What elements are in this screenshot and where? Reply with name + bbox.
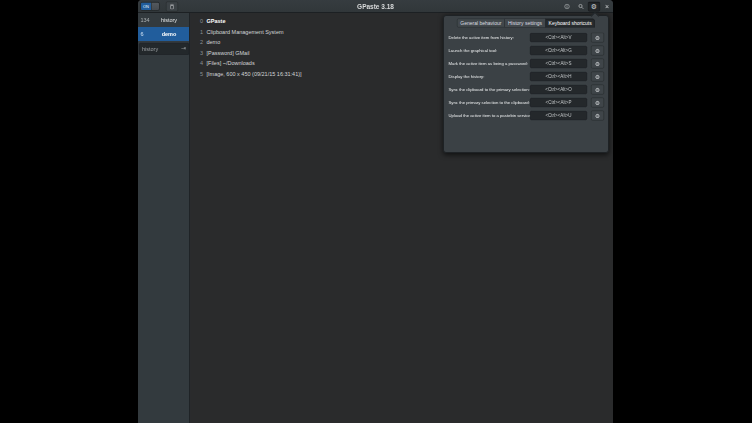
- settings-tab[interactable]: Keyboard shortcuts: [545, 19, 595, 28]
- gear-icon: ⚙: [595, 112, 600, 119]
- settings-tab[interactable]: General behaviour: [457, 19, 505, 28]
- history-item-label: demo: [153, 31, 189, 37]
- shortcut-input[interactable]: <Ctrl><Alt>U: [530, 111, 587, 120]
- shortcut-input[interactable]: <Ctrl><Alt>P: [530, 98, 587, 107]
- shortcut-row: Display the history: <Ctrl><Alt>H ⚙: [444, 70, 608, 83]
- shortcut-input[interactable]: <Ctrl><Alt>H: [530, 72, 587, 81]
- shortcut-edit-button[interactable]: ⚙: [591, 85, 604, 95]
- shortcut-edit-button[interactable]: ⚙: [591, 59, 604, 69]
- shortcut-label: Sync the clipboard to the primary select…: [449, 87, 530, 92]
- shortcut-edit-button[interactable]: ⚙: [591, 46, 604, 56]
- history-item-count: 6: [138, 31, 153, 37]
- close-icon: ×: [605, 3, 609, 10]
- clipboard-item-text: [Image, 600 x 450 (09/21/15 16:31:41)]: [207, 70, 302, 76]
- shortcut-edit-button[interactable]: ⚙: [591, 98, 604, 108]
- shortcut-edit-button[interactable]: ⚙: [591, 33, 604, 43]
- shortcut-row: Upload the active item to a pastebin ser…: [444, 109, 608, 122]
- info-icon: [564, 4, 570, 10]
- shortcut-label: Mark the active item as being a password…: [449, 61, 528, 66]
- gear-icon: ⚙: [595, 34, 600, 41]
- gear-icon: ⚙: [595, 99, 600, 106]
- clipboard-item-index: 3: [197, 49, 203, 55]
- gpaste-window: ON GPaste 3.18: [138, 0, 613, 423]
- desktop-background: ON GPaste 3.18: [0, 0, 752, 423]
- gear-icon: ⚙: [595, 47, 600, 54]
- clipboard-item-text: GPaste: [207, 18, 226, 24]
- clipboard-item-index: 5: [197, 70, 203, 76]
- shortcut-input[interactable]: <Ctrl><Alt>G: [530, 46, 587, 55]
- clipboard-item-text: Clipboard Management System: [207, 28, 284, 34]
- shortcut-row: Delete the active item from history: <Ct…: [444, 31, 608, 44]
- sidebar-history-item[interactable]: 134 history: [138, 13, 189, 27]
- search-button[interactable]: [576, 2, 586, 12]
- shortcut-edit-button[interactable]: ⚙: [591, 111, 604, 121]
- shortcut-input[interactable]: <Ctrl><Alt>O: [530, 85, 587, 94]
- history-item-count: 134: [138, 17, 153, 23]
- clipboard-item-index: 0: [197, 18, 203, 24]
- clipboard-item-index: 4: [197, 60, 203, 66]
- shortcut-label: Delete the active item from history:: [449, 35, 514, 40]
- enter-icon: ⇥: [181, 45, 186, 52]
- sidebar-history-item[interactable]: 6 demo: [138, 27, 189, 41]
- shortcut-label: Display the history:: [449, 74, 485, 79]
- clipboard-item-index: 1: [197, 28, 203, 34]
- shortcut-label: Upload the active item to a pastebin ser…: [449, 113, 532, 118]
- gear-icon: ⚙: [595, 73, 600, 80]
- search-icon: [578, 4, 584, 10]
- clipboard-item-text: demo: [207, 39, 221, 45]
- settings-tabs: General behaviour History settings Keybo…: [444, 19, 608, 28]
- shortcut-label: Launch the graphical tool:: [449, 48, 498, 53]
- settings-button[interactable]: ⚙: [588, 2, 600, 12]
- shortcut-row: Launch the graphical tool: <Ctrl><Alt>G …: [444, 44, 608, 57]
- shortcut-row: Sync the primary selection to the clipbo…: [444, 96, 608, 109]
- settings-popover: General behaviour History settings Keybo…: [443, 15, 609, 153]
- gear-icon: ⚙: [595, 60, 600, 67]
- history-item-label: history: [153, 17, 189, 23]
- shortcut-rows: Delete the active item from history: <Ct…: [444, 31, 608, 122]
- settings-tab[interactable]: History settings: [504, 19, 545, 28]
- headerbar: ON GPaste 3.18: [138, 0, 613, 13]
- shortcut-row: Sync the clipboard to the primary select…: [444, 83, 608, 96]
- window-title: GPaste 3.18: [138, 3, 613, 11]
- close-button[interactable]: ×: [603, 2, 612, 12]
- gear-icon: ⚙: [595, 86, 600, 93]
- clipboard-item-text: [Files] ~/Downloads: [207, 60, 255, 66]
- shortcut-row: Mark the active item as being a password…: [444, 57, 608, 70]
- shortcut-input[interactable]: <Ctrl><Alt>V: [530, 33, 587, 42]
- gear-icon: ⚙: [591, 3, 597, 10]
- shortcut-label: Sync the primary selection to the clipbo…: [449, 100, 530, 105]
- shortcut-input[interactable]: <Ctrl><Alt>S: [530, 59, 587, 68]
- clipboard-item-index: 2: [197, 39, 203, 45]
- clipboard-item-text: [Password] GMail: [207, 49, 250, 55]
- shortcut-edit-button[interactable]: ⚙: [591, 72, 604, 82]
- about-button[interactable]: [562, 2, 572, 12]
- history-sidebar: 134 history 6 demo ⇥: [138, 13, 190, 423]
